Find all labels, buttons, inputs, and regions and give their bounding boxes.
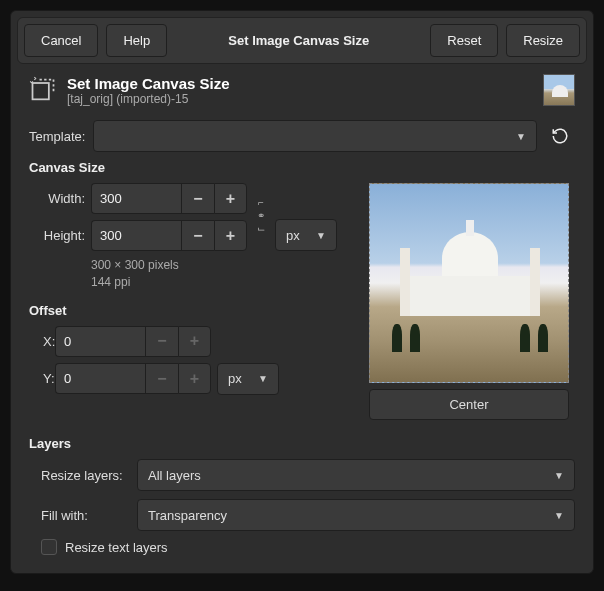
center-button[interactable]: Center	[369, 389, 569, 420]
width-spinner[interactable]: − +	[91, 183, 247, 214]
offset-x-spinner[interactable]: − +	[55, 326, 211, 357]
resize-text-layers-checkbox[interactable]	[41, 539, 57, 555]
template-select[interactable]: ▼	[93, 120, 537, 152]
chevron-down-icon: ▼	[516, 131, 526, 142]
offset-y-decrement[interactable]: −	[145, 363, 178, 394]
template-reset-button[interactable]	[545, 121, 575, 151]
reset-button[interactable]: Reset	[430, 24, 498, 57]
offset-y-label: Y:	[29, 371, 49, 386]
canvas-preview[interactable]	[369, 183, 569, 383]
template-label: Template:	[29, 129, 85, 144]
fill-with-select[interactable]: Transparency ▼	[137, 499, 575, 531]
offset-section: Offset	[29, 303, 357, 318]
image-thumbnail	[543, 74, 575, 106]
chain-top-icon: ⌐	[258, 197, 264, 208]
width-input[interactable]	[91, 183, 181, 214]
offset-y-increment[interactable]: +	[178, 363, 211, 394]
height-increment[interactable]: +	[214, 220, 247, 251]
dialog-title: Set Image Canvas Size	[67, 75, 533, 92]
chevron-down-icon: ▼	[316, 230, 326, 241]
width-decrement[interactable]: −	[181, 183, 214, 214]
canvas-resize-icon	[29, 76, 57, 104]
offset-y-spinner[interactable]: − +	[55, 363, 211, 394]
canvas-unit-select[interactable]: px ▼	[275, 219, 337, 251]
fill-with-label: Fill with:	[41, 508, 129, 523]
chain-link-icon: ⚭	[257, 210, 265, 221]
offset-x-label: X:	[29, 334, 49, 349]
window-title: Set Image Canvas Size	[175, 33, 422, 48]
layers-section: Layers	[29, 436, 575, 451]
width-label: Width:	[29, 191, 85, 206]
resize-text-layers-label: Resize text layers	[65, 540, 168, 555]
help-button[interactable]: Help	[106, 24, 167, 57]
offset-x-input[interactable]	[55, 326, 145, 357]
resize-layers-select[interactable]: All layers ▼	[137, 459, 575, 491]
offset-x-decrement[interactable]: −	[145, 326, 178, 357]
dialog-subtitle: [taj_orig] (imported)-15	[67, 92, 533, 106]
canvas-size-dialog: Cancel Help Set Image Canvas Size Reset …	[10, 10, 594, 574]
canvas-size-section: Canvas Size	[29, 160, 575, 175]
titlebar: Cancel Help Set Image Canvas Size Reset …	[17, 17, 587, 64]
offset-x-increment[interactable]: +	[178, 326, 211, 357]
chevron-down-icon: ▼	[258, 373, 268, 384]
svg-rect-0	[33, 83, 49, 99]
width-increment[interactable]: +	[214, 183, 247, 214]
offset-unit-select[interactable]: px ▼	[217, 363, 279, 395]
height-decrement[interactable]: −	[181, 220, 214, 251]
chain-bottom-icon: ⌙	[257, 223, 265, 234]
cancel-button[interactable]: Cancel	[24, 24, 98, 57]
resize-button[interactable]: Resize	[506, 24, 580, 57]
offset-y-input[interactable]	[55, 363, 145, 394]
dialog-header: Set Image Canvas Size [taj_orig] (import…	[29, 74, 575, 106]
resize-layers-label: Resize layers:	[41, 468, 129, 483]
height-spinner[interactable]: − +	[91, 220, 247, 251]
height-label: Height:	[29, 228, 85, 243]
chevron-down-icon: ▼	[554, 510, 564, 521]
chevron-down-icon: ▼	[554, 470, 564, 481]
canvas-dimensions: 300 × 300 pixels	[91, 257, 357, 274]
height-input[interactable]	[91, 220, 181, 251]
aspect-chain-toggle[interactable]: ⌐ ⚭ ⌙	[253, 183, 269, 247]
canvas-ppi: 144 ppi	[91, 274, 357, 291]
